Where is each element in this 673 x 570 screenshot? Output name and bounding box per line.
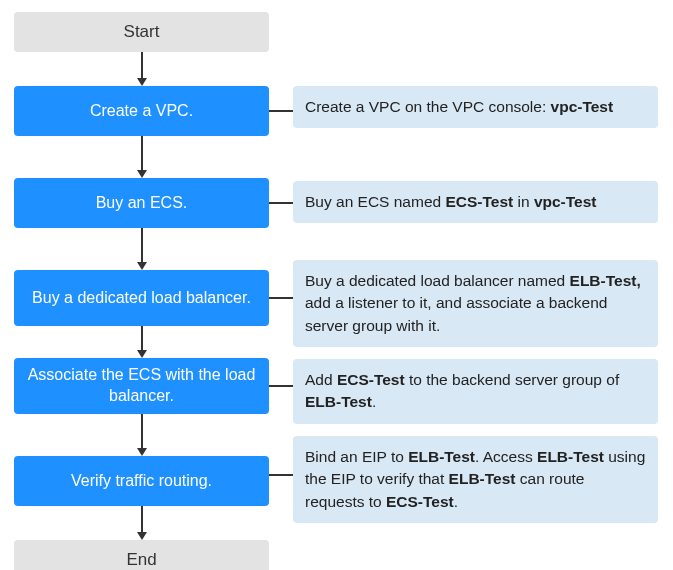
connector-line bbox=[269, 110, 293, 112]
desc-associate-ecs: Add ECS-Test to the backend server group… bbox=[293, 359, 658, 424]
step-create-vpc: Create a VPC. bbox=[14, 86, 269, 136]
step-verify-routing: Verify traffic routing. bbox=[14, 456, 269, 506]
arrow-icon bbox=[137, 136, 147, 178]
connector-line bbox=[269, 297, 293, 299]
desc-buy-elb: Buy a dedicated load balancer named ELB-… bbox=[293, 260, 658, 347]
desc-verify-routing: Bind an EIP to ELB-Test. Access ELB-Test… bbox=[293, 436, 658, 523]
connector-line bbox=[269, 474, 293, 476]
end-node: End bbox=[14, 540, 269, 570]
connector-line bbox=[269, 385, 293, 387]
desc-buy-ecs: Buy an ECS named ECS-Test in vpc-Test bbox=[293, 181, 658, 223]
step-associate-ecs: Associate the ECS with the load balancer… bbox=[14, 358, 269, 414]
start-node: Start bbox=[14, 12, 269, 52]
arrow-icon bbox=[137, 506, 147, 540]
desc-create-vpc: Create a VPC on the VPC console: vpc-Tes… bbox=[293, 86, 658, 128]
step-buy-ecs: Buy an ECS. bbox=[14, 178, 269, 228]
connector-line bbox=[269, 202, 293, 204]
arrow-icon bbox=[137, 228, 147, 270]
arrow-icon bbox=[137, 414, 147, 456]
step-buy-elb: Buy a dedicated load balancer. bbox=[14, 270, 269, 326]
arrow-icon bbox=[137, 52, 147, 86]
arrow-icon bbox=[137, 326, 147, 358]
flow-column: Start Create a VPC. Buy an ECS. Buy a de… bbox=[14, 12, 269, 570]
